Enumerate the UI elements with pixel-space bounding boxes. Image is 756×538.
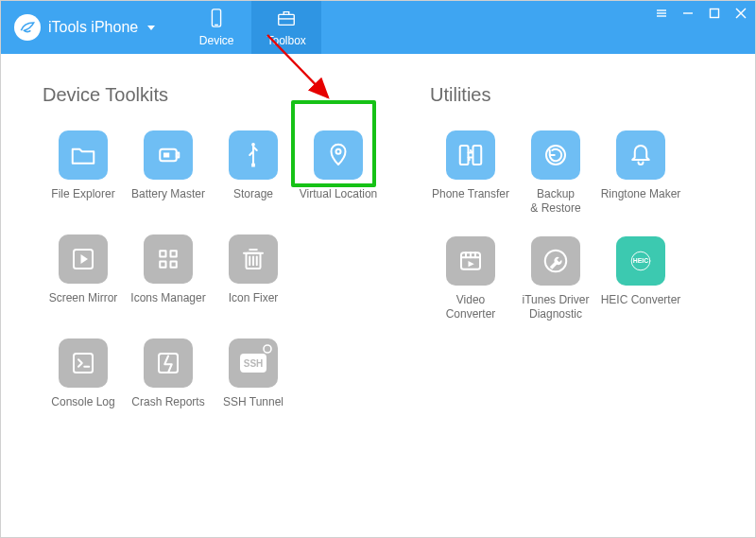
tool-label: Virtual Location (300, 187, 378, 214)
svg-rect-2 (279, 14, 295, 25)
svg-rect-12 (177, 153, 180, 158)
trash-icon (229, 234, 278, 284)
svg-rect-22 (171, 262, 177, 268)
tool-label: HEIC Converter (601, 293, 681, 320)
heic-icon: HEIC (616, 236, 665, 286)
bell-icon (616, 130, 665, 180)
nav-tabs: Device Toolbox (181, 1, 321, 54)
window-controls (655, 7, 747, 20)
util-video-converter[interactable]: Video Converter (430, 236, 511, 321)
svg-rect-0 (213, 9, 221, 26)
app-header: iTools iPhone Device Toolbox (1, 1, 755, 54)
app-logo-icon (14, 14, 41, 41)
nav-device[interactable]: Device (181, 1, 251, 54)
video-icon (446, 236, 495, 286)
tool-icons-manager[interactable]: Icons Manager (128, 234, 209, 318)
tool-icon-fixer[interactable]: Icon Fixer (213, 234, 294, 318)
terminal-icon (59, 338, 108, 388)
play-icon (59, 234, 108, 284)
tool-label: Icons Manager (130, 291, 205, 318)
nav-toolbox-label: Toolbox (266, 34, 305, 47)
util-itunes-diagnostic[interactable]: iTunes Driver Diagnostic (515, 236, 596, 321)
tool-screen-mirror[interactable]: Screen Mirror (43, 234, 124, 318)
tool-storage[interactable]: Storage (213, 130, 294, 214)
svg-rect-15 (251, 164, 255, 167)
tool-label: Console Log (51, 395, 114, 422)
nav-device-label: Device (199, 34, 234, 47)
svg-point-14 (251, 143, 255, 147)
tool-label: Backup & Restore (530, 187, 580, 216)
maximize-button[interactable] (708, 7, 721, 20)
nav-toolbox[interactable]: Toolbox (251, 1, 321, 54)
svg-rect-21 (160, 262, 165, 268)
grid-icon (144, 234, 193, 284)
restore-icon (531, 130, 580, 180)
svg-marker-41 (469, 261, 474, 267)
tool-label: Battery Master (131, 187, 205, 214)
folder-icon (59, 130, 108, 180)
wrench-icon (531, 236, 580, 286)
location-pin-icon (314, 130, 363, 180)
toolkits-title: Device Toolkits (43, 84, 379, 106)
svg-rect-20 (171, 251, 177, 256)
transfer-icon (446, 130, 495, 180)
tool-crash-reports[interactable]: Crash Reports (128, 338, 209, 422)
battery-icon (144, 130, 193, 180)
tool-battery-master[interactable]: Battery Master (128, 130, 209, 214)
toolbox-icon (276, 8, 297, 31)
content-area: Device Toolkits File Explorer Battery Ma… (1, 54, 755, 431)
tool-label: Phone Transfer (432, 187, 509, 214)
svg-rect-34 (473, 146, 482, 165)
tool-label: Crash Reports (131, 395, 204, 422)
menu-button[interactable] (655, 7, 668, 20)
usb-icon (229, 130, 278, 180)
ssh-icon: SSH (229, 338, 278, 388)
toolkits-grid: File Explorer Battery Master Storage Vir… (43, 130, 379, 422)
crash-icon (144, 338, 193, 388)
util-ringtone-maker[interactable]: Ringtone Maker (600, 130, 681, 216)
tool-label: Ringtone Maker (601, 187, 681, 214)
tool-label: Video Converter (446, 293, 496, 321)
minimize-button[interactable] (681, 7, 695, 20)
tool-label: Screen Mirror (49, 291, 118, 318)
util-phone-transfer[interactable]: Phone Transfer (430, 130, 511, 216)
tool-label: SSH Tunnel (223, 395, 284, 422)
svg-rect-29 (74, 354, 93, 373)
utilities-title: Utilities (430, 84, 681, 106)
utilities-section: Utilities Phone Transfer Backup & Restor… (430, 84, 681, 422)
svg-rect-8 (711, 9, 719, 18)
svg-point-16 (336, 149, 341, 154)
caret-down-icon (147, 26, 155, 30)
tool-console-log[interactable]: Console Log (43, 338, 124, 422)
phone-icon (206, 8, 227, 31)
brand-title: iTools iPhone (48, 19, 138, 36)
tool-label: Icon Fixer (229, 291, 279, 318)
tool-ssh-tunnel[interactable]: SSH SSH Tunnel (213, 338, 294, 422)
ssh-badge: SSH (240, 354, 266, 373)
svg-rect-33 (460, 146, 469, 165)
tool-file-explorer[interactable]: File Explorer (43, 130, 124, 214)
util-backup-restore[interactable]: Backup & Restore (515, 130, 596, 216)
tool-label: iTunes Driver Diagnostic (523, 293, 590, 321)
svg-point-32 (264, 345, 271, 353)
svg-rect-13 (163, 153, 169, 158)
tool-virtual-location[interactable]: Virtual Location (298, 130, 379, 214)
device-toolkits-section: Device Toolkits File Explorer Battery Ma… (43, 84, 379, 422)
utilities-grid: Phone Transfer Backup & Restore Ringtone… (430, 130, 681, 321)
util-heic-converter[interactable]: HEIC HEIC Converter (600, 236, 681, 321)
tool-label: Storage (233, 187, 273, 214)
svg-marker-18 (81, 254, 89, 264)
brand-dropdown[interactable]: iTools iPhone (1, 1, 164, 54)
svg-rect-19 (160, 251, 165, 256)
close-button[interactable] (734, 7, 747, 20)
tool-label: File Explorer (51, 187, 114, 214)
svg-text:HEIC: HEIC (633, 257, 649, 264)
